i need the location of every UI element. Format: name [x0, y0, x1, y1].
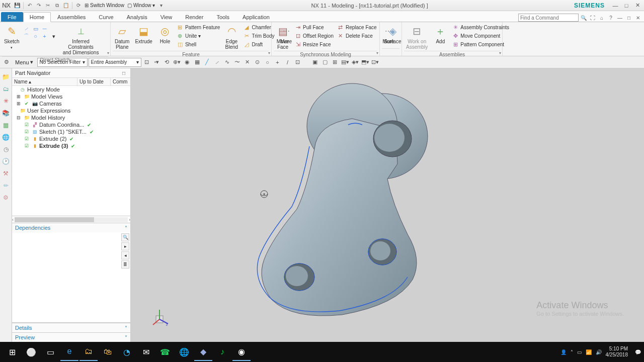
tool-icon[interactable]: ⊕▾: [173, 58, 182, 67]
tool-icon[interactable]: ▫▾: [152, 58, 162, 67]
tool-icon[interactable]: ○: [263, 58, 272, 67]
shell-button[interactable]: ◫Shell: [176, 40, 221, 48]
people-icon[interactable]: 👤: [560, 349, 567, 355]
tool-icon[interactable]: ⬒▾: [361, 58, 370, 67]
group-launcher-icon[interactable]: ▾: [376, 51, 378, 55]
profile-icon[interactable]: ⟋: [23, 25, 30, 32]
offset-region-button[interactable]: ⊡Offset Region: [293, 32, 335, 40]
copy-icon[interactable]: ⧉: [53, 2, 61, 10]
tool-icon[interactable]: +: [273, 58, 282, 67]
explorer-taskbar-icon[interactable]: 🗂: [79, 343, 98, 361]
find-command-input[interactable]: [518, 14, 579, 22]
nx-taskbar-icon[interactable]: ◆: [194, 343, 212, 361]
col-comment[interactable]: Comm: [111, 78, 130, 85]
home-icon[interactable]: ⌂: [598, 14, 606, 22]
app1-taskbar-icon[interactable]: ◔: [118, 343, 136, 361]
panel-close-icon[interactable]: □: [120, 70, 127, 76]
tool-icon[interactable]: ▢: [320, 58, 330, 67]
tool-icon[interactable]: 〜: [233, 58, 242, 67]
search-button[interactable]: ⚪: [22, 343, 40, 361]
tree-user-expressions[interactable]: User Expressions: [27, 108, 70, 114]
tool-icon[interactable]: ⊡: [142, 58, 151, 67]
tool-icon[interactable]: ✕: [243, 58, 252, 67]
tab-render[interactable]: Render: [179, 12, 210, 22]
trim-body-button[interactable]: ✂Trim Body: [242, 32, 275, 40]
clock[interactable]: 5:10 PM 4/25/2018: [606, 346, 631, 358]
move-face-button[interactable]: ▤ Move Face: [274, 23, 292, 51]
circle-icon[interactable]: ○: [32, 33, 39, 40]
history-icon[interactable]: ◷: [2, 145, 11, 154]
inferred-constraints-button[interactable]: ⊥ Inferred Constraints and Dimensions: [59, 23, 103, 56]
hole-button[interactable]: ◎ Hole: [156, 23, 174, 45]
whatsapp-taskbar-icon[interactable]: ☎: [156, 343, 174, 361]
tool-icon[interactable]: ⊞: [331, 58, 340, 67]
doc-close-button[interactable]: ✕: [634, 14, 642, 22]
tool-icon[interactable]: ╱: [203, 58, 212, 67]
tool-icon[interactable]: ⊙: [253, 58, 262, 67]
tree-datum[interactable]: Datum Coordina...: [39, 122, 84, 128]
battery-icon[interactable]: ▭: [577, 349, 582, 355]
pattern-component-button[interactable]: ⊞Pattern Component: [451, 40, 510, 48]
notifications-icon[interactable]: 💬: [635, 349, 641, 355]
paste-icon[interactable]: 📋: [62, 2, 70, 10]
section-dependencies[interactable]: Dependencies˄: [12, 223, 130, 232]
section-preview[interactable]: Preview˅: [12, 332, 130, 342]
redo-icon[interactable]: ↷: [35, 2, 43, 10]
help-icon[interactable]: ?: [607, 14, 615, 22]
constraint-navigator-icon[interactable]: ✳: [2, 97, 11, 106]
tree-hscroll[interactable]: ‹›: [12, 216, 130, 223]
tool-icon[interactable]: ◈▾: [351, 58, 360, 67]
pattern-feature-button[interactable]: ⊞Pattern Feature: [176, 23, 221, 31]
doc-restore-button[interactable]: □: [625, 14, 633, 22]
move-component-button[interactable]: ✥Move Component: [451, 32, 510, 40]
tab-home[interactable]: Home: [23, 12, 51, 22]
maximize-button[interactable]: □: [622, 2, 631, 9]
store-taskbar-icon[interactable]: 🛍: [99, 343, 117, 361]
tool-icon[interactable]: ∿: [223, 58, 232, 67]
resize-face-button[interactable]: ⇲Resize Face: [293, 40, 335, 48]
chamfer-button[interactable]: ◢Chamfer: [242, 23, 275, 31]
graphics-canvas[interactable]: z Activate Windows Go to Settings to act…: [131, 68, 644, 342]
tree-model-views[interactable]: Model Views: [31, 94, 62, 100]
tree-extrude2[interactable]: Extrude (2): [39, 136, 66, 142]
close-button[interactable]: ✕: [633, 2, 642, 9]
tree-history-mode[interactable]: History Mode: [27, 86, 60, 93]
group-launcher-icon[interactable]: ▾: [499, 51, 501, 55]
tool-icon[interactable]: ▣: [310, 58, 319, 67]
tree-model-history[interactable]: Model History: [31, 115, 65, 121]
pull-face-button[interactable]: ⇥Pull Face: [293, 23, 335, 31]
tool-icon[interactable]: ⟲: [163, 58, 172, 67]
extrude-button[interactable]: ⬓ Extrude: [133, 23, 154, 45]
switch-window-button[interactable]: ⊞ Switch Window: [84, 2, 125, 9]
zoom-icon[interactable]: 🔍: [121, 233, 129, 241]
refresh-icon[interactable]: ⟳: [74, 2, 83, 10]
spotify-taskbar-icon[interactable]: ♪: [213, 343, 231, 361]
tool-icon[interactable]: ▦: [193, 58, 202, 67]
more-icon[interactable]: ⚙: [2, 193, 11, 202]
section-details[interactable]: Details˅: [12, 323, 130, 332]
tree-extrude3[interactable]: Extrude (3): [39, 143, 68, 149]
browser-icon[interactable]: 🌐: [2, 133, 11, 142]
window-button[interactable]: ▢ Window ▾: [126, 2, 156, 9]
datum-plane-button[interactable]: ▱ Datum Plane: [113, 23, 131, 51]
assembly-constraints-button[interactable]: ✳Assembly Constraints: [451, 23, 510, 31]
system-icon[interactable]: ⚒: [2, 169, 11, 178]
reuse-library-icon[interactable]: 📚: [2, 109, 11, 118]
tab-curve[interactable]: Curve: [92, 12, 120, 22]
hd3d-icon[interactable]: ▦: [2, 121, 11, 130]
line-icon[interactable]: ─: [41, 25, 48, 32]
obs-taskbar-icon[interactable]: ◉: [232, 343, 251, 361]
tab-file[interactable]: File: [1, 12, 23, 22]
tool-icon[interactable]: ⊡: [293, 58, 302, 67]
roles-icon[interactable]: ✏: [2, 181, 11, 190]
draft-button[interactable]: ◿Draft: [242, 40, 275, 48]
tool-icon[interactable]: ◉: [183, 58, 192, 67]
part-navigator-icon[interactable]: 📁: [2, 72, 11, 81]
dropdown-icon[interactable]: ▾: [157, 2, 165, 10]
taskview-button[interactable]: ▭: [41, 343, 59, 361]
tool-icon[interactable]: /: [283, 58, 292, 67]
start-button[interactable]: ⊞: [3, 343, 21, 361]
view-triad-icon[interactable]: z: [151, 307, 171, 327]
col-uptodate[interactable]: Up to Date: [77, 78, 111, 85]
cut-icon[interactable]: ✂: [44, 2, 52, 10]
